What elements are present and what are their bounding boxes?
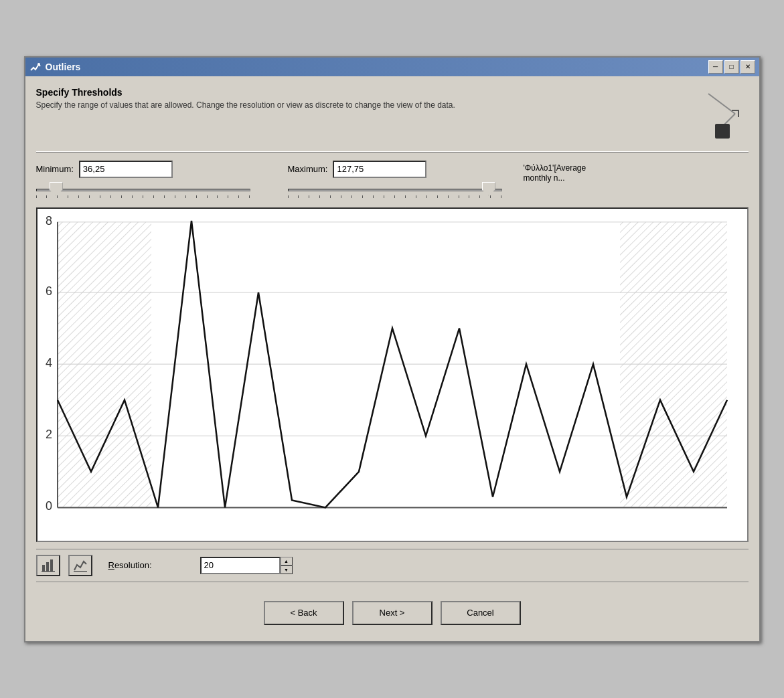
maximum-slider-track — [288, 189, 502, 191]
field-label-group: 'Φύλλο1'[Average monthly n... — [524, 163, 591, 184]
title-bar: Outliers ─ □ ✕ — [25, 58, 759, 76]
y-label-2: 2 — [45, 428, 52, 441]
page-description: Specify the range of values that are all… — [36, 100, 455, 110]
minimum-input[interactable] — [79, 161, 173, 178]
chart-svg: 0 2 4 6 8 — [37, 209, 747, 541]
content-area: Specify Thresholds Specify the range of … — [25, 76, 759, 641]
svg-point-0 — [37, 63, 40, 66]
svg-rect-3 — [715, 124, 730, 139]
y-label-8: 8 — [45, 213, 52, 227]
bar-chart-icon — [41, 558, 56, 573]
maximize-button[interactable]: □ — [724, 60, 739, 74]
header-graphic — [695, 87, 749, 141]
svg-rect-14 — [50, 559, 53, 572]
resolution-label: Resolution: — [108, 560, 152, 570]
controls-row: Minimum: — [36, 161, 749, 201]
page-title: Specify Thresholds — [36, 87, 455, 98]
line-chart-button[interactable] — [68, 555, 92, 576]
minimum-slider-container — [36, 181, 250, 201]
field-label: 'Φύλλο1'[Average monthly n... — [524, 163, 586, 183]
minimum-group: Minimum: — [36, 161, 250, 201]
header-text: Specify Thresholds Specify the range of … — [36, 87, 455, 110]
next-button[interactable]: Next > — [352, 601, 433, 625]
bottom-controls: Resolution: ▲ ▼ — [36, 549, 749, 582]
minimize-button[interactable]: ─ — [708, 60, 723, 74]
maximum-label: Maximum: — [288, 164, 328, 174]
left-outlier-region — [58, 222, 151, 507]
svg-rect-13 — [46, 562, 49, 572]
right-outlier-region — [620, 222, 727, 507]
window-icon — [29, 61, 42, 73]
maximum-slider-ticks — [288, 195, 502, 201]
y-label-6: 6 — [45, 284, 52, 298]
window-title: Outliers — [46, 62, 81, 72]
maximum-group: Maximum: — [288, 161, 502, 201]
spinner-container: ▲ ▼ — [200, 557, 293, 574]
cancel-button[interactable]: Cancel — [441, 601, 521, 625]
maximum-input[interactable] — [333, 161, 426, 178]
minimum-slider-thumb[interactable] — [50, 182, 63, 195]
spinner-buttons: ▲ ▼ — [281, 557, 293, 574]
title-buttons: ─ □ ✕ — [708, 60, 755, 74]
minimum-label: Minimum: — [36, 164, 74, 174]
header-section: Specify Thresholds Specify the range of … — [36, 87, 749, 141]
header-divider — [36, 151, 749, 153]
line-chart-icon — [73, 558, 88, 573]
resolution-input[interactable] — [200, 557, 281, 574]
spinner-down-button[interactable]: ▼ — [281, 565, 293, 574]
bar-chart-button[interactable] — [36, 555, 60, 576]
maximum-slider-container — [288, 181, 502, 201]
title-bar-left: Outliers — [29, 61, 81, 73]
close-button[interactable]: ✕ — [740, 60, 755, 74]
y-label-4: 4 — [45, 356, 52, 369]
footer: < Back Next > Cancel — [36, 593, 749, 630]
minimum-slider-track — [36, 189, 250, 191]
spinner-up-button[interactable]: ▲ — [281, 557, 293, 565]
back-button[interactable]: < Back — [264, 601, 344, 625]
header-illustration — [695, 87, 749, 141]
main-window: Outliers ─ □ ✕ Specify Thresholds Specif… — [24, 56, 761, 642]
minimum-slider-ticks — [36, 195, 250, 201]
svg-rect-12 — [42, 565, 45, 572]
y-label-0: 0 — [45, 499, 52, 513]
svg-line-1 — [708, 94, 735, 114]
chart-area: 0 2 4 6 8 — [36, 207, 749, 542]
maximum-slider-thumb[interactable] — [482, 182, 495, 195]
